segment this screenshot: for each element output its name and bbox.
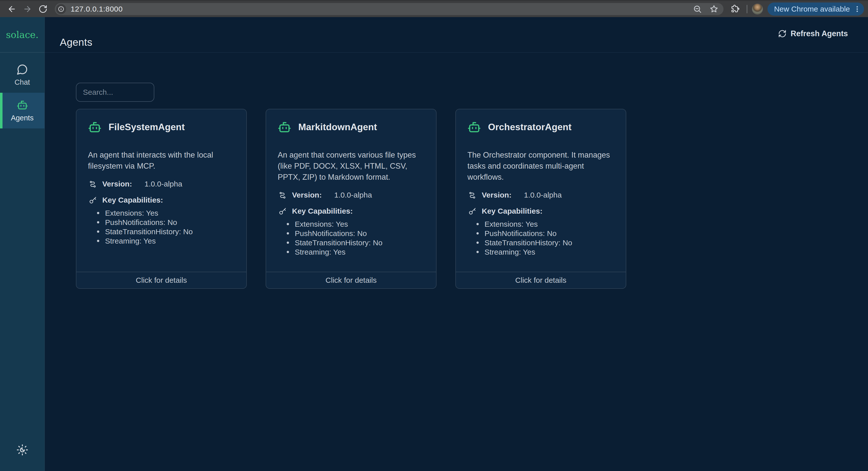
forward-icon xyxy=(23,4,32,13)
zoom-out-icon[interactable] xyxy=(693,4,702,13)
back-button[interactable] xyxy=(4,1,20,17)
sun-moon-icon xyxy=(16,444,28,456)
theme-toggle-button[interactable] xyxy=(14,442,30,458)
agent-card-footer[interactable]: Click for details xyxy=(266,272,436,288)
bot-icon xyxy=(17,99,28,111)
capability-item: Extensions: Yes xyxy=(476,219,614,229)
app-shell: solace. Chat Agents Agents Refresh Agen xyxy=(0,17,868,471)
version-label: Version: xyxy=(482,191,524,199)
toolbar-divider xyxy=(747,5,747,13)
capability-item: StateTransitionHistory: No xyxy=(476,238,614,247)
capabilities-label: Key Capabilities: xyxy=(482,207,542,215)
refresh-agents-button[interactable]: Refresh Agents xyxy=(778,29,848,38)
logo-area: solace. xyxy=(0,17,44,53)
agent-name: OrchestratorAgent xyxy=(488,122,571,132)
refresh-agents-label: Refresh Agents xyxy=(790,29,848,38)
agent-version-row: Version: 1.0.0-alpha xyxy=(278,191,425,199)
capability-item: Extensions: Yes xyxy=(96,208,235,218)
agents-content: FileSystemAgent An agent that interacts … xyxy=(45,53,868,471)
chat-icon xyxy=(17,64,28,75)
agent-name: MarkitdownAgent xyxy=(298,122,377,132)
chrome-update-label: New Chrome available xyxy=(774,5,850,13)
version-icon xyxy=(279,191,286,199)
agent-card-header: MarkitdownAgent xyxy=(278,120,425,134)
info-icon xyxy=(58,6,64,12)
profile-avatar[interactable] xyxy=(752,3,763,14)
version-value: 1.0.0-alpha xyxy=(524,191,562,199)
sidebar-item-label: Chat xyxy=(14,78,30,87)
capability-item: Streaming: Yes xyxy=(96,236,235,246)
agent-capabilities-row: Key Capabilities: xyxy=(88,196,235,204)
search-input[interactable] xyxy=(76,83,154,102)
agent-capabilities-row: Key Capabilities: xyxy=(467,207,614,215)
toolbar-right-cluster: New Chrome available xyxy=(728,2,864,16)
agent-description: An agent that interacts with the local f… xyxy=(88,150,235,172)
address-bar[interactable]: 127.0.0.1:8000 xyxy=(55,3,723,15)
active-indicator xyxy=(0,93,2,128)
agent-card-header: OrchestratorAgent xyxy=(467,120,614,134)
agent-card[interactable]: FileSystemAgent An agent that interacts … xyxy=(76,109,247,289)
capability-item: Streaming: Yes xyxy=(476,247,614,257)
agent-version-row: Version: 1.0.0-alpha xyxy=(88,180,235,188)
capability-item: PushNotifications: No xyxy=(286,229,425,238)
capability-item: PushNotifications: No xyxy=(96,218,235,227)
extensions-button[interactable] xyxy=(728,2,742,16)
reload-icon xyxy=(38,4,48,13)
capability-item: PushNotifications: No xyxy=(476,229,614,238)
capabilities-list: Extensions: YesPushNotifications: NoStat… xyxy=(88,208,235,246)
capabilities-label: Key Capabilities: xyxy=(102,196,163,204)
bot-icon xyxy=(467,120,481,134)
agent-description: An agent that converts various file type… xyxy=(278,150,425,183)
sidebar-item-label: Agents xyxy=(11,114,33,122)
capability-item: Streaming: Yes xyxy=(286,247,425,257)
agent-card[interactable]: OrchestratorAgent The Orchestrator compo… xyxy=(455,109,626,289)
sidebar: solace. Chat Agents xyxy=(0,17,45,471)
extensions-icon xyxy=(731,5,739,13)
version-icon xyxy=(468,191,476,199)
agent-card[interactable]: MarkitdownAgent An agent that converts v… xyxy=(266,109,436,289)
version-label: Version: xyxy=(292,191,334,199)
page-header: Agents Refresh Agents xyxy=(45,17,868,53)
version-value: 1.0.0-alpha xyxy=(334,191,372,199)
capabilities-list: Extensions: YesPushNotifications: NoStat… xyxy=(278,219,425,257)
capability-item: StateTransitionHistory: No xyxy=(286,238,425,247)
agent-card-body: MarkitdownAgent An agent that converts v… xyxy=(266,109,436,272)
forward-button[interactable] xyxy=(20,1,35,17)
bookmark-star-icon[interactable] xyxy=(709,4,718,13)
agent-card-body: OrchestratorAgent The Orchestrator compo… xyxy=(456,109,626,272)
capability-item: StateTransitionHistory: No xyxy=(96,227,235,236)
agent-card-footer[interactable]: Click for details xyxy=(456,272,626,288)
capabilities-list: Extensions: YesPushNotifications: NoStat… xyxy=(467,219,614,257)
agent-version-row: Version: 1.0.0-alpha xyxy=(467,191,614,199)
theme-area xyxy=(0,429,44,471)
key-icon xyxy=(89,196,97,204)
url-text: 127.0.0.1:8000 xyxy=(71,5,123,13)
back-icon xyxy=(7,4,16,13)
capabilities-label: Key Capabilities: xyxy=(292,207,353,215)
version-icon xyxy=(89,180,97,188)
main-area: Agents Refresh Agents FileSystemAgent An… xyxy=(45,17,868,471)
bot-icon xyxy=(278,120,291,134)
sidebar-item-chat[interactable]: Chat xyxy=(0,57,44,93)
agent-name: FileSystemAgent xyxy=(108,122,185,132)
key-icon xyxy=(279,207,286,215)
version-value: 1.0.0-alpha xyxy=(145,180,182,188)
sidebar-item-agents[interactable]: Agents xyxy=(0,93,44,128)
agent-card-body: FileSystemAgent An agent that interacts … xyxy=(76,109,246,272)
bot-icon xyxy=(88,120,101,134)
agent-card-header: FileSystemAgent xyxy=(88,120,235,134)
refresh-icon xyxy=(778,29,786,38)
sidebar-nav: Chat Agents xyxy=(0,53,44,429)
chrome-update-button[interactable]: New Chrome available xyxy=(768,2,864,15)
version-label: Version: xyxy=(102,180,145,188)
agent-capabilities-row: Key Capabilities: xyxy=(278,207,425,215)
agent-card-footer[interactable]: Click for details xyxy=(76,272,246,288)
key-icon xyxy=(468,207,476,215)
site-info-button[interactable] xyxy=(56,4,66,14)
reload-button[interactable] xyxy=(35,1,51,17)
agent-description: The Orchestrator component. It manages t… xyxy=(467,150,614,183)
agent-cards: FileSystemAgent An agent that interacts … xyxy=(76,109,853,289)
capability-item: Extensions: Yes xyxy=(286,219,425,229)
more-vertical-icon[interactable] xyxy=(854,5,861,13)
page-title: Agents xyxy=(60,36,92,48)
